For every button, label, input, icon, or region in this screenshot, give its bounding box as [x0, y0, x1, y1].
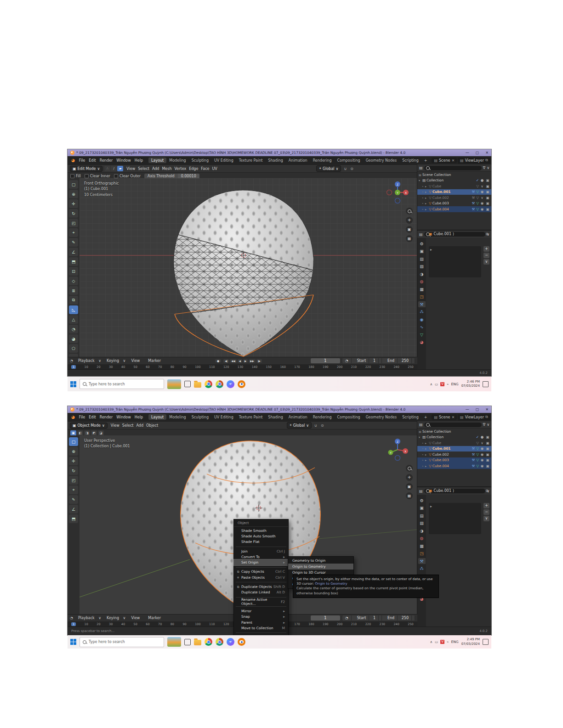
workspace-tab[interactable]: Animation: [286, 158, 310, 163]
properties-tab-icon[interactable]: ⚙: [418, 497, 426, 503]
context-menu-item[interactable]: [236, 581, 286, 582]
tool-button[interactable]: ✎: [69, 238, 78, 247]
menubar-item[interactable]: Window: [114, 415, 133, 419]
select-mode-option-button[interactable]: ▣: [70, 430, 76, 436]
mode-selector[interactable]: ▣ Object Mode ∨: [70, 423, 108, 429]
notification-center-icon[interactable]: [483, 381, 489, 387]
menubar-item[interactable]: Help: [133, 415, 145, 419]
select-mode-option-button[interactable]: ◨: [84, 430, 90, 436]
outliner-row-scene-collection[interactable]: ▤ Scene Collection: [417, 172, 491, 178]
menubar-item[interactable]: Edit: [87, 415, 98, 419]
window-control-button[interactable]: —: [466, 151, 469, 155]
clear-inner-checkbox[interactable]: Clear Inner: [85, 174, 110, 178]
tool-button[interactable]: ◰: [69, 219, 78, 227]
tool-button[interactable]: ⌖: [69, 228, 78, 237]
ortho-grid-icon[interactable]: ▦: [406, 235, 413, 242]
expander-icon[interactable]: ▸: [425, 185, 428, 188]
viewport-3d[interactable]: Front Orthographic (1) Cube.001 10 Centi…: [80, 178, 417, 357]
viewport-menu-item[interactable]: Add: [135, 423, 145, 428]
viewport-menu-item[interactable]: Object: [145, 423, 159, 428]
file-explorer-icon[interactable]: [194, 382, 201, 388]
workspace-tab[interactable]: +: [421, 414, 430, 420]
camera-toggle-icon[interactable]: ▣: [485, 190, 490, 194]
outliner-search-input[interactable]: [424, 166, 482, 170]
context-menu-item[interactable]: Mirror: [234, 608, 288, 614]
eye-icon[interactable]: ◉: [480, 452, 484, 457]
viewport-menu-item[interactable]: Select: [121, 423, 135, 428]
expander-icon[interactable]: ▾: [419, 179, 421, 182]
tool-button[interactable]: ↻: [69, 466, 78, 475]
eye-icon[interactable]: ●: [480, 178, 484, 182]
expander-icon[interactable]: ▸: [425, 196, 428, 199]
filter-icon[interactable]: ∇: [483, 423, 485, 427]
tool-button[interactable]: ◔: [69, 325, 78, 333]
chevron-down-icon[interactable]: ∨: [483, 259, 489, 265]
snap-magnet-icon[interactable]: ∪: [343, 167, 347, 171]
viewport-menu-item[interactable]: Face: [199, 167, 210, 171]
filter-icon[interactable]: ∇: [483, 166, 485, 170]
outliner-search-input[interactable]: [424, 423, 482, 427]
context-menu-item[interactable]: ⧉ Copy Objects Ctrl C: [234, 569, 288, 575]
eye-icon[interactable]: ∨: [480, 196, 484, 200]
eye-icon[interactable]: ●: [480, 435, 484, 439]
tool-button[interactable]: ◰: [69, 476, 78, 485]
tool-button[interactable]: ▢: [69, 437, 78, 446]
properties-tab-icon[interactable]: ▣: [418, 505, 426, 511]
context-menu-item[interactable]: [236, 545, 286, 547]
properties-tab-icon[interactable]: ◕: [418, 339, 426, 345]
windows-start-button[interactable]: [70, 381, 76, 387]
tool-button[interactable]: ⌖: [69, 485, 78, 494]
pin-icon[interactable]: ⊙: [485, 489, 489, 493]
outliner-row-collection[interactable]: ▾ ▤ Collection ✓ ● ▣: [417, 178, 491, 184]
blender-menu-icon[interactable]: ◕: [71, 415, 75, 419]
titlebar[interactable]: * 09_2173201040339_Trần Nguyễn Phương Qu…: [68, 406, 491, 413]
tool-button[interactable]: ◕: [69, 334, 78, 343]
snap-magnet-icon[interactable]: ∪: [313, 423, 318, 428]
select-mode-option-button[interactable]: ◧: [77, 430, 83, 436]
tool-button[interactable]: ⬒: [69, 514, 78, 523]
chrome-icon[interactable]: [205, 380, 212, 388]
viewport-menu-item[interactable]: Edge: [188, 167, 199, 171]
eye-icon[interactable]: ◉: [480, 464, 484, 468]
eye-icon[interactable]: ◉: [480, 190, 484, 194]
outliner-object-row[interactable]: • ▸ ▽ Cube.002 ⚒ ▽ ◉ ▣: [417, 451, 491, 457]
tool-button[interactable]: ◇: [69, 277, 78, 285]
properties-tab-icon[interactable]: ⁂: [418, 566, 426, 572]
menubar-item[interactable]: Edit: [87, 158, 98, 163]
eye-icon[interactable]: ◉: [480, 446, 484, 451]
outliner-editor-icon[interactable]: ▤: [419, 423, 423, 427]
taskbar-clock[interactable]: 2:46 PM 07/03/2024: [461, 380, 480, 388]
expander-icon[interactable]: ▸: [430, 248, 432, 252]
menubar-item[interactable]: Help: [133, 158, 145, 163]
timeline-editor-icon[interactable]: ◔: [70, 359, 73, 363]
context-menu-item[interactable]: Shade Flat: [234, 539, 288, 545]
workspace-tab[interactable]: Texture Paint: [236, 414, 266, 420]
mode-selector[interactable]: ▣ Edit Mode ∨: [70, 166, 102, 172]
properties-tab-icon[interactable]: ◍: [418, 536, 426, 542]
taskbar-search-input[interactable]: Type here to search: [80, 637, 164, 647]
outliner-object-row[interactable]: • ▸ ▽ Cube.004 ⚒ ▽ ◉ ▣: [417, 463, 491, 469]
pan-hand-icon[interactable]: ✛: [406, 474, 413, 481]
properties-tab-icon[interactable]: ◑: [418, 528, 426, 534]
camera-toggle-icon[interactable]: ▣: [485, 446, 490, 451]
playback-control-button[interactable]: ◀◀: [230, 359, 236, 363]
properties-tab-icon[interactable]: ◉: [418, 316, 426, 322]
scene-selector[interactable]: ▤ Scene ✕: [432, 414, 457, 420]
expander-icon[interactable]: ▸: [425, 464, 428, 468]
auto-keying-record-icon[interactable]: ●: [215, 359, 221, 362]
mesh-strawberry[interactable]: [80, 178, 417, 357]
workspace-tab[interactable]: Modeling: [166, 414, 188, 420]
properties-tab-icon[interactable]: ▤: [418, 256, 426, 262]
menubar-item[interactable]: Render: [98, 415, 114, 419]
timeline-menu-item[interactable]: Playback ∨: [75, 616, 104, 620]
modifier-stack-panel[interactable]: ▸: [429, 503, 481, 534]
workspace-tab[interactable]: Shading: [265, 158, 286, 163]
blender-menu-icon[interactable]: ◕: [71, 158, 75, 163]
context-menu-item[interactable]: [236, 566, 286, 568]
timeline-menu-item[interactable]: Marker: [145, 359, 166, 363]
workspace-tab[interactable]: Sculpting: [189, 158, 211, 163]
properties-editor-icon[interactable]: ▤: [419, 232, 423, 237]
perspective-icon[interactable]: ▦: [406, 492, 413, 499]
properties-tab-icon[interactable]: ◑: [418, 271, 426, 277]
timeline-menu-item[interactable]: Playback ∨: [75, 359, 104, 363]
